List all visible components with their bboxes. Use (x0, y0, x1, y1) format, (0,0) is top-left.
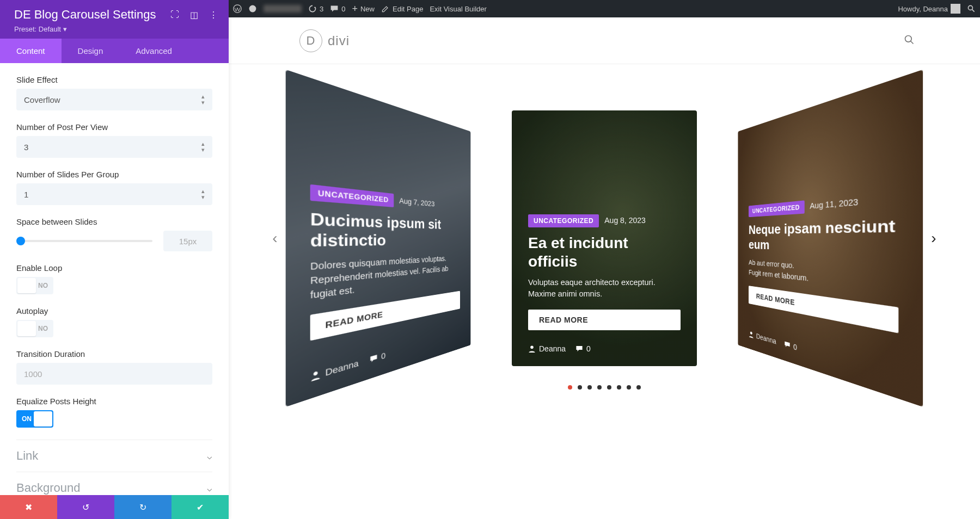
expand-icon[interactable]: ⛶ (170, 10, 179, 20)
logo-text: divi (328, 33, 350, 48)
slider-thumb[interactable] (16, 237, 25, 245)
updates-link[interactable]: 3 (308, 4, 323, 13)
page-preview: D divi ‹ › UNCATEGORIZEDAug 7, 2023Ducim… (229, 17, 980, 519)
exit-builder-link[interactable]: Exit Visual Builder (430, 5, 487, 13)
post-excerpt: Voluptas eaque architecto excepturi. Max… (528, 277, 681, 300)
panel-title: DE Blog Carousel Settings (14, 8, 156, 22)
space-between-input[interactable] (163, 231, 212, 251)
svg-point-3 (905, 35, 912, 42)
more-menu-icon[interactable]: ⋮ (209, 10, 218, 20)
slide-effect-select[interactable]: Coverflow▴▾ (16, 89, 212, 110)
site-header: D divi (229, 17, 980, 64)
undo-button[interactable]: ↺ (57, 495, 114, 519)
pagination-dot[interactable] (627, 385, 631, 390)
equalize-height-toggle[interactable]: ON (16, 410, 53, 428)
pagination-dot[interactable] (578, 385, 582, 390)
transition-duration-label: Transition Duration (16, 349, 212, 359)
settings-tabs: Content Design Advanced (0, 39, 229, 63)
wp-logo-icon[interactable] (233, 4, 242, 13)
avatar (951, 4, 960, 14)
category-tag[interactable]: UNCATEGORIZED (528, 214, 599, 227)
carousel-card[interactable]: UNCATEGORIZEDAug 11, 2023Neque ipsam nes… (738, 70, 923, 407)
post-comments[interactable]: 0 (370, 350, 385, 364)
space-between-label: Space between Slides (16, 217, 212, 226)
pagination-dot[interactable] (587, 385, 592, 390)
pagination-dot[interactable] (636, 385, 641, 390)
site-name-blurred (264, 5, 302, 13)
svg-point-0 (234, 5, 241, 13)
slides-per-group-label: Number of Slides Per Group (16, 170, 212, 179)
comments-link[interactable]: 0 (330, 4, 345, 13)
post-title[interactable]: Ea et incidunt officiis (528, 234, 681, 270)
select-chevron-icon: ▴▾ (201, 141, 205, 153)
module-settings-panel: DE Blog Carousel Settings ⛶ ◫ ⋮ Preset: … (0, 0, 229, 519)
pagination-dot[interactable] (617, 385, 621, 390)
posts-per-view-select[interactable]: 3▴▾ (16, 136, 212, 158)
panel-footer-actions: ✖ ↺ ↻ ✔ (0, 495, 229, 519)
autoplay-toggle[interactable]: NO (16, 320, 53, 337)
admin-search-icon[interactable] (967, 4, 976, 13)
read-more-button[interactable]: READ MORE (528, 310, 681, 330)
posts-per-view-label: Number of Post Per View (16, 122, 212, 132)
search-icon[interactable] (904, 34, 915, 47)
redo-button[interactable]: ↻ (114, 495, 171, 519)
enable-loop-label: Enable Loop (16, 263, 212, 273)
chevron-down-icon: ⌵ (207, 483, 212, 493)
tab-advanced[interactable]: Advanced (119, 39, 188, 63)
post-author[interactable]: Deanna (749, 330, 776, 345)
carousel-card[interactable]: UNCATEGORIZEDAug 7, 2023Ducimus ipsum si… (286, 70, 471, 407)
accordion-background[interactable]: Background⌵ (16, 472, 212, 495)
post-excerpt: Dolores quisquam molestias voluptas. Rep… (310, 253, 460, 303)
post-excerpt: Ab aut error quo.Fugit rem et laborum. (749, 258, 898, 295)
svg-point-4 (314, 371, 318, 376)
post-date: Aug 11, 2023 (810, 197, 858, 211)
pagination-dot[interactable] (597, 385, 602, 390)
svg-point-6 (750, 331, 752, 335)
logo-icon: D (299, 29, 322, 52)
autoplay-label: Autoplay (16, 306, 212, 316)
post-author[interactable]: Deanna (528, 344, 566, 353)
blog-carousel: ‹ › UNCATEGORIZEDAug 7, 2023Ducimus ipsu… (229, 102, 980, 374)
enable-loop-toggle[interactable]: NO (16, 277, 53, 294)
chevron-down-icon: ⌵ (207, 451, 212, 461)
post-title[interactable]: Neque ipsam nesciunt eum (749, 216, 898, 258)
discard-button[interactable]: ✖ (0, 495, 57, 519)
preset-dropdown[interactable]: Preset: Default▾ (14, 25, 218, 33)
pagination-dot[interactable] (568, 385, 572, 390)
tab-design[interactable]: Design (62, 39, 120, 63)
save-button[interactable]: ✔ (171, 495, 229, 519)
transition-duration-input[interactable] (16, 363, 212, 385)
chevron-down-icon: ▾ (63, 25, 67, 33)
post-title[interactable]: Ducimus ipsum sit distinctio (310, 209, 460, 251)
svg-point-2 (968, 5, 972, 10)
new-content-link[interactable]: +New (352, 3, 375, 15)
site-logo[interactable]: D divi (299, 29, 350, 52)
post-date: Aug 8, 2023 (604, 216, 646, 225)
select-chevron-icon: ▴▾ (201, 188, 205, 200)
carousel-card[interactable]: UNCATEGORIZEDAug 8, 2023Ea et incidunt o… (512, 110, 697, 366)
dock-icon[interactable]: ◫ (190, 10, 198, 20)
svg-point-5 (530, 345, 534, 349)
category-tag[interactable]: UNCATEGORIZED (749, 200, 805, 217)
space-between-slider[interactable] (16, 240, 152, 242)
post-date: Aug 7, 2023 (399, 196, 434, 208)
svg-point-1 (249, 5, 256, 13)
tab-content[interactable]: Content (0, 39, 62, 63)
user-greeting[interactable]: Howdy, Deanna (898, 4, 960, 14)
read-more-button[interactable]: READ MORE (749, 286, 898, 334)
slide-effect-label: Slide Effect (16, 75, 212, 84)
site-menu-icon[interactable] (248, 4, 257, 13)
accordion-link[interactable]: Link⌵ (16, 440, 212, 472)
pagination-dot[interactable] (607, 385, 611, 390)
post-author[interactable]: Deanna (310, 358, 359, 382)
select-chevron-icon: ▴▾ (201, 94, 205, 106)
edit-page-link[interactable]: Edit Page (381, 4, 423, 13)
slides-per-group-select[interactable]: 1▴▾ (16, 183, 212, 205)
post-comments[interactable]: 0 (575, 344, 591, 353)
post-comments[interactable]: 0 (784, 339, 797, 351)
equalize-height-label: Equalize Posts Height (16, 397, 212, 406)
